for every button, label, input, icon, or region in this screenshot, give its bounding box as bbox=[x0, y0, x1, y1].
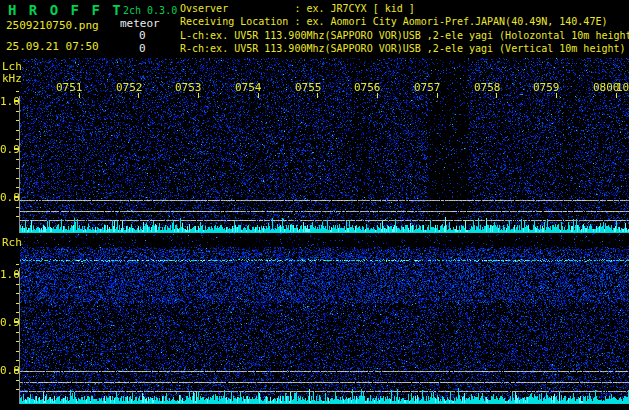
rch-freq-label-0_9: 0.9 bbox=[0, 316, 20, 329]
tick-mark bbox=[16, 264, 19, 265]
lch-freq-label-1_0: 1.0 bbox=[0, 95, 20, 108]
meteor-count-rch: 0 bbox=[139, 42, 146, 55]
lch-y-axis bbox=[19, 96, 20, 233]
time-unit-label: 10s bbox=[616, 81, 629, 94]
app-title: H R O F F T bbox=[8, 2, 123, 18]
lch-freq-label-0_8: 0.8 bbox=[0, 191, 20, 204]
app-version: 2ch 0.3.0 bbox=[123, 5, 177, 17]
observer-line: Ovserver : ex. JR7CYX [ kid ] bbox=[180, 3, 415, 15]
rch-freq-label-0_8: 0.8 bbox=[0, 364, 20, 377]
rch-receiver-config-line: R-ch:ex. UV5R 113.900Mhz(SAPPORO VOR)USB… bbox=[180, 43, 626, 55]
tick-mark bbox=[16, 91, 19, 92]
rch-y-axis bbox=[19, 268, 20, 404]
hrofft-screen: H R O F F T 2ch 0.3.0 2509210750.png met… bbox=[0, 0, 629, 410]
output-filename: 2509210750.png bbox=[6, 19, 99, 32]
lch-freq-unit-label: kHz bbox=[2, 72, 22, 85]
rch-freq-label-1_0: 1.0 bbox=[0, 268, 20, 281]
time-label-0758: 0758 bbox=[474, 81, 501, 94]
time-label-0759: 0759 bbox=[533, 81, 560, 94]
time-label-0752: 0752 bbox=[116, 81, 143, 94]
rch-panel-label: Rch bbox=[2, 236, 22, 249]
meteor-count-lch: 0 bbox=[139, 29, 146, 42]
observation-datetime: 25.09.21 07:50 bbox=[6, 40, 99, 53]
time-label-0757: 0757 bbox=[414, 81, 441, 94]
time-label-0756: 0756 bbox=[354, 81, 381, 94]
lch-receiver-config-line: L-ch:ex. UV5R 113.900Mhz(SAPPORO VOR)USB… bbox=[180, 30, 629, 42]
time-label-0753: 0753 bbox=[175, 81, 202, 94]
lch-freq-label-0_9: 0.9 bbox=[0, 143, 20, 156]
time-label-0755: 0755 bbox=[295, 81, 322, 94]
rch-spectrogram bbox=[20, 233, 629, 404]
time-label-0751: 0751 bbox=[56, 81, 83, 94]
location-line: Receiving Location : ex. Aomori City Aom… bbox=[180, 16, 607, 28]
time-label-0754: 0754 bbox=[235, 81, 262, 94]
